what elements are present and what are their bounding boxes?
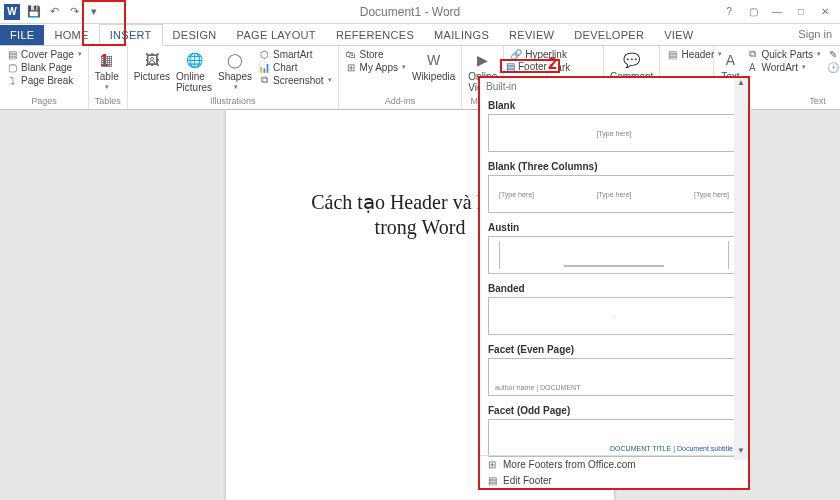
edit-footer-link[interactable]: ▤Edit Footer — [480, 472, 734, 488]
blank-page-icon: ▢ — [6, 61, 18, 73]
word-app-icon: W — [4, 4, 20, 20]
gallery-item-facet-even[interactable]: author name | DOCUMENT — [488, 358, 740, 396]
store-icon: 🛍 — [345, 48, 357, 60]
group-label-addins: Add-ins — [345, 96, 456, 107]
signature-line-button[interactable]: ✎Signature Line — [827, 48, 840, 60]
my-apps-icon: ⊞ — [345, 61, 357, 73]
footer-gallery-dropdown: Built-in Blank [Type here] Blank (Three … — [478, 76, 750, 490]
gallery-item-blank[interactable]: [Type here] — [488, 114, 740, 152]
tab-design[interactable]: DESIGN — [163, 25, 227, 45]
scroll-up-icon[interactable]: ▲ — [734, 78, 748, 92]
pictures-button[interactable]: 🖼Pictures — [134, 48, 170, 82]
smartart-button[interactable]: ⬡SmartArt — [258, 48, 332, 60]
screenshot-button[interactable]: ⧉Screenshot — [258, 74, 332, 86]
quick-parts-button[interactable]: ⧉Quick Parts — [746, 48, 821, 60]
table-icon: ▦ — [97, 50, 117, 70]
title-bar: W 💾 ↶ ↷ ▾ Document1 - Word ? ▢ — □ ✕ — [0, 0, 840, 24]
close-icon[interactable]: ✕ — [814, 4, 836, 20]
tab-page-layout[interactable]: PAGE LAYOUT — [227, 25, 326, 45]
undo-icon[interactable]: ↶ — [46, 4, 62, 20]
store-button[interactable]: 🛍Store — [345, 48, 406, 60]
page-break-button[interactable]: ⤵Page Break — [6, 74, 82, 86]
wikipedia-icon: W — [424, 50, 444, 70]
maximize-icon[interactable]: □ — [790, 4, 812, 20]
date-time-icon: 🕒 — [827, 61, 839, 73]
window-controls: ? ▢ — □ ✕ — [718, 4, 836, 20]
gallery-section-header: Built-in — [480, 78, 748, 95]
minimize-icon[interactable]: — — [766, 4, 788, 20]
pictures-icon: 🖼 — [142, 50, 162, 70]
quick-parts-icon: ⧉ — [746, 48, 758, 60]
date-time-button[interactable]: 🕒Date & Time — [827, 61, 840, 73]
gallery-item-three-columns[interactable]: [Type here] [Type here] [Type here] — [488, 175, 740, 213]
online-pictures-button[interactable]: 🌐Online Pictures — [176, 48, 212, 93]
gallery-item-austin-title: Austin — [480, 217, 748, 236]
ribbon-options-icon[interactable]: ▢ — [742, 4, 764, 20]
wordart-button[interactable]: AWordArt — [746, 61, 821, 73]
redo-icon[interactable]: ↷ — [66, 4, 82, 20]
gallery-item-three-title: Blank (Three Columns) — [480, 156, 748, 175]
tab-file[interactable]: FILE — [0, 25, 44, 45]
tab-developer[interactable]: DEVELOPER — [564, 25, 654, 45]
smartart-icon: ⬡ — [258, 48, 270, 60]
help-icon[interactable]: ? — [718, 4, 740, 20]
scroll-down-icon[interactable]: ▼ — [734, 446, 748, 460]
tab-mailings[interactable]: MAILINGS — [424, 25, 499, 45]
qat-more-icon[interactable]: ▾ — [86, 4, 102, 20]
window-title: Document1 - Word — [102, 5, 718, 19]
shapes-button[interactable]: ◯Shapes — [218, 48, 252, 91]
more-footers-link[interactable]: ⊞More Footers from Office.com — [480, 456, 734, 472]
group-illustrations: 🖼Pictures 🌐Online Pictures ◯Shapes ⬡Smar… — [128, 46, 339, 109]
page-break-icon: ⤵ — [6, 74, 18, 86]
gallery-item-banded-title: Banded — [480, 278, 748, 297]
tab-review[interactable]: REVIEW — [499, 25, 564, 45]
wordart-icon: A — [746, 61, 758, 73]
gallery-item-facet-even-title: Facet (Even Page) — [480, 339, 748, 358]
online-pictures-icon: 🌐 — [184, 50, 204, 70]
footer-icon: ▤ — [506, 61, 515, 72]
quick-access-toolbar: 💾 ↶ ↷ ▾ — [26, 4, 102, 20]
gallery-footer: ⊞More Footers from Office.com ▤Edit Foot… — [480, 455, 734, 488]
blank-page-button[interactable]: ▢Blank Page — [6, 61, 82, 73]
gallery-item-banded[interactable]: · — [488, 297, 740, 335]
ribbon-tabs: FILE HOME INSERT DESIGN PAGE LAYOUT REFE… — [0, 24, 840, 46]
shapes-icon: ◯ — [225, 50, 245, 70]
save-icon[interactable]: 💾 — [26, 4, 42, 20]
office-icon: ⊞ — [486, 458, 498, 470]
screenshot-icon: ⧉ — [258, 74, 270, 86]
tab-view[interactable]: VIEW — [654, 25, 703, 45]
chart-button[interactable]: 📊Chart — [258, 61, 332, 73]
edit-footer-icon: ▤ — [486, 474, 498, 486]
group-label-illustrations: Illustrations — [134, 96, 332, 107]
signature-icon: ✎ — [827, 48, 839, 60]
gallery-item-austin[interactable] — [488, 236, 740, 274]
wikipedia-button[interactable]: WWikipedia — [412, 48, 455, 82]
table-button[interactable]: ▦Table — [95, 48, 119, 91]
gallery-scrollbar[interactable]: ▲ ▼ — [734, 78, 748, 460]
callout-two: 2 — [548, 55, 557, 73]
video-icon: ▶ — [473, 50, 493, 70]
group-addins: 🛍Store ⊞My Apps WWikipedia Add-ins — [339, 46, 463, 109]
cover-page-button[interactable]: ▤Cover Page — [6, 48, 82, 60]
group-tables: ▦Table Tables — [89, 46, 128, 109]
tab-references[interactable]: REFERENCES — [326, 25, 424, 45]
tab-home[interactable]: HOME — [44, 25, 98, 45]
tab-insert[interactable]: INSERT — [99, 24, 163, 46]
chart-icon: 📊 — [258, 61, 270, 73]
comment-icon: 💬 — [622, 50, 642, 70]
cover-page-icon: ▤ — [6, 48, 18, 60]
header-icon: ▤ — [666, 48, 678, 60]
group-pages: ▤Cover Page ▢Blank Page ⤵Page Break Page… — [0, 46, 89, 109]
gallery-item-facet-odd[interactable]: DOCUMENT TITLE | Document subtitle — [488, 419, 740, 457]
text-box-icon: A — [720, 50, 740, 70]
sign-in-link[interactable]: Sign in — [798, 28, 832, 40]
group-label-pages: Pages — [6, 96, 82, 107]
gallery-item-blank-title: Blank — [480, 95, 748, 114]
group-label-tables: Tables — [95, 96, 121, 107]
my-apps-button[interactable]: ⊞My Apps — [345, 61, 406, 73]
gallery-item-facet-odd-title: Facet (Odd Page) — [480, 400, 748, 419]
